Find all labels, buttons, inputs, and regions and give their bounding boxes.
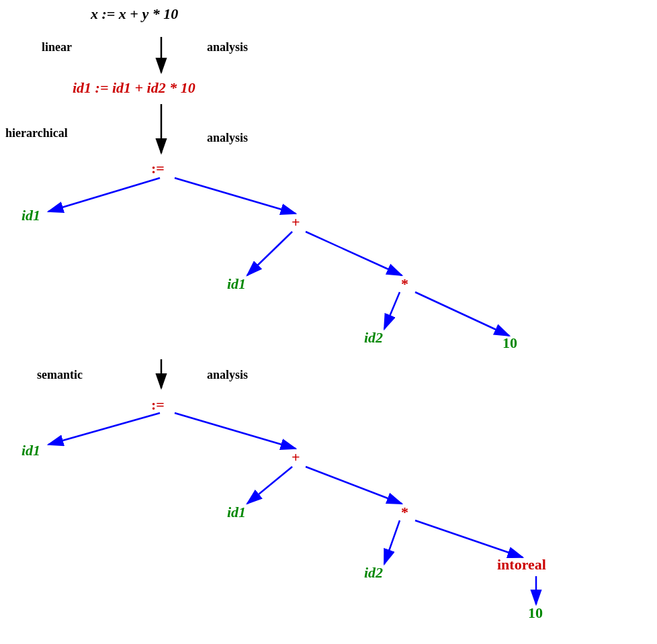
- svg-line-11: [48, 413, 160, 445]
- svg-line-6: [247, 232, 292, 275]
- id1-node-1: id1: [21, 207, 40, 224]
- analysis-label-1: analysis: [207, 40, 248, 54]
- svg-line-15: [384, 520, 400, 564]
- svg-line-5: [175, 178, 296, 214]
- intoreal-label: intoreal: [497, 556, 546, 573]
- svg-line-8: [384, 292, 400, 329]
- linear-expression: id1 := id1 + id2 * 10: [73, 79, 195, 97]
- analysis-label-2: analysis: [207, 131, 248, 145]
- id1-node-2: id1: [227, 275, 246, 293]
- svg-line-13: [247, 467, 292, 504]
- hierarchical-label: hierarchical: [5, 126, 68, 140]
- id1-node-4: id1: [227, 504, 246, 521]
- id2-node-1: id2: [364, 329, 383, 347]
- assign-op-1: :=: [151, 160, 165, 177]
- plus-node-2: +: [292, 449, 300, 466]
- compiler-analysis-diagram: x := x + y * 10 linear analysis id1 := i…: [0, 0, 657, 644]
- svg-line-14: [306, 467, 402, 504]
- semantic-label: semantic: [37, 368, 83, 382]
- svg-line-7: [306, 232, 402, 275]
- original-expression: x := x + y * 10: [91, 5, 178, 23]
- svg-line-9: [415, 292, 509, 336]
- ten-node-1: 10: [502, 334, 517, 352]
- svg-line-16: [415, 520, 523, 557]
- linear-label: linear: [42, 40, 72, 54]
- svg-line-4: [48, 178, 160, 212]
- analysis-label-3: analysis: [207, 368, 248, 382]
- star-node-2: *: [401, 504, 408, 521]
- ten-node-2: 10: [528, 604, 543, 622]
- plus-node-1: +: [292, 214, 300, 231]
- id1-node-3: id1: [21, 442, 40, 459]
- svg-line-12: [175, 413, 296, 449]
- assign-op-2: :=: [151, 396, 165, 414]
- star-node-1: *: [401, 275, 408, 293]
- id2-node-2: id2: [364, 564, 383, 582]
